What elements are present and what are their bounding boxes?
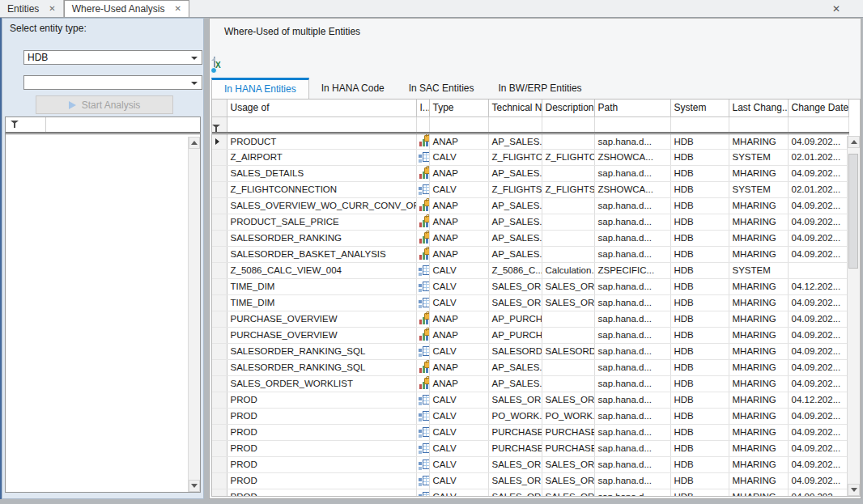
table-row[interactable]: SALESORDER_RANKING_SQLANAPAP_SALES...sap… xyxy=(212,359,848,375)
close-icon[interactable]: ✕ xyxy=(49,5,55,13)
filter-cell-technical-n[interactable] xyxy=(488,116,542,133)
table-row[interactable]: Z_AIRPORTCALVZ_FLIGHTC...Z_FLIGHTC...ZSH… xyxy=(212,149,848,165)
row-indicator-cell xyxy=(212,472,227,489)
type-cell: ANAP xyxy=(429,230,488,246)
filter-cell-description[interactable] xyxy=(542,116,594,133)
sidebar-scrollbar[interactable] xyxy=(188,137,200,492)
last-changed-cell: MHARING xyxy=(729,197,788,214)
last-changed-cell: MHARING xyxy=(729,472,788,489)
table-row[interactable]: PURCHASE_OVERVIEWANAPAP_PURCH...sap.hana… xyxy=(212,311,848,327)
filter-cell-type[interactable] xyxy=(429,116,488,133)
scroll-down-button[interactable] xyxy=(848,484,860,496)
column-header-last-chang[interactable]: Last Chang... xyxy=(729,100,788,116)
anap-icon xyxy=(419,232,430,244)
tab-entities[interactable]: Entities ✕ xyxy=(0,0,64,17)
system-cell: HDB xyxy=(670,294,729,311)
description-cell xyxy=(542,230,594,246)
column-header-change-date[interactable]: Change Date xyxy=(788,100,848,116)
table-row[interactable]: PRODCALVSALES_OR...SALES_OR...sap.hana.d… xyxy=(212,472,848,489)
table-row[interactable]: SALESORDER_RANKING_SQLCALVSALESORD...SAL… xyxy=(212,343,848,359)
column-header-system[interactable]: System xyxy=(670,100,729,116)
entity-selection-panel: Select entity type: HDB Start Analysis xyxy=(2,18,204,499)
column-header-technical-n[interactable]: Technical N... xyxy=(488,100,542,116)
current-row-arrow-icon xyxy=(215,138,219,145)
filter-cell[interactable] xyxy=(46,117,200,132)
tab-in-hana-entities[interactable]: In HANA Entities xyxy=(211,78,309,99)
filter-cell-i[interactable] xyxy=(416,116,429,133)
grid-scrollbar[interactable] xyxy=(847,136,860,496)
filter-indicator-cell xyxy=(6,117,46,132)
usage-of-cell: Z_AIRPORT xyxy=(227,149,416,165)
usage-of-cell: SALESORDER_RANKING_SQL xyxy=(227,359,416,375)
table-row[interactable]: SALES_ORDER_WORKLISTANAPAP_SALES...sap.h… xyxy=(212,375,848,392)
row-indicator-cell xyxy=(212,214,227,230)
type-cell: ANAP xyxy=(429,246,488,262)
scroll-up-button[interactable] xyxy=(848,136,860,148)
path-cell: sap.hana.d... xyxy=(594,440,670,456)
usage-of-cell: SALESORDER_RANKING xyxy=(227,230,416,246)
start-analysis-button[interactable]: Start Analysis xyxy=(36,95,173,114)
row-indicator-cell xyxy=(212,230,227,246)
table-row[interactable]: PURCHASE_OVERVIEWANAPAP_PURCH...sap.hana… xyxy=(212,327,848,343)
path-cell: ZSHOWCA... xyxy=(594,149,670,165)
table-row[interactable]: SALESORDER_RANKINGANAPAP_SALES...sap.han… xyxy=(212,230,848,246)
system-cell: HDB xyxy=(670,246,729,262)
table-row[interactable]: SALESORDER_BASKET_ANALYSISANAPAP_SALES..… xyxy=(212,246,848,262)
export-to-excel-button[interactable]: X xyxy=(214,57,233,77)
entity-type-dropdown[interactable]: HDB xyxy=(23,50,202,65)
scrollbar-thumb[interactable] xyxy=(848,154,858,269)
tab-in-bw-erp-entities[interactable]: In BW/ERP Entities xyxy=(486,78,593,99)
anap-icon xyxy=(419,135,430,147)
calv-icon xyxy=(419,281,430,293)
column-header-description[interactable]: Description xyxy=(542,100,594,116)
tab-where-used-analysis[interactable]: Where-Used Analysis ✕ xyxy=(64,0,189,17)
table-row[interactable]: PRODUCT_SALE_PRICEANAPAP_SALES...sap.han… xyxy=(212,214,848,230)
description-cell: Calculation... xyxy=(542,262,594,278)
filter-row[interactable] xyxy=(6,117,200,134)
table-row[interactable]: PRODUCTANAPAP_SALES...sap.hana.d...HDBMH… xyxy=(212,133,848,149)
filter-cell-usage-of[interactable] xyxy=(227,116,416,133)
chevron-down-icon[interactable] xyxy=(191,82,198,85)
system-cell: HDB xyxy=(670,197,729,214)
chevron-down-icon[interactable] xyxy=(191,57,198,60)
table-row[interactable]: TIME_DIMCALVSALES_OR...SALES_OR...sap.ha… xyxy=(212,278,848,294)
change-date-cell: 04.12.202... xyxy=(788,392,848,408)
technical-name-cell: SALESORD... xyxy=(488,343,542,359)
table-row[interactable]: Z_FLIGHTCONNECTIONCALVZ_FLIGHTSZ_FLIGHTS… xyxy=(212,181,848,197)
window-close-icon[interactable]: ✕ xyxy=(832,3,840,15)
filter-cell-change-date[interactable] xyxy=(788,116,848,133)
change-date-cell: 04.09.202... xyxy=(788,375,848,392)
close-icon[interactable]: ✕ xyxy=(174,5,181,13)
table-row[interactable]: TIME_DIMCALVSALES_OR...SALES_OR...sap.ha… xyxy=(212,294,848,311)
change-date-cell: 04.09.202... xyxy=(788,246,848,262)
table-row[interactable]: PRODCALVSALES_OR...SALES_OR...sap.hana.d… xyxy=(212,456,848,472)
scroll-down-button[interactable] xyxy=(189,480,200,492)
tab-in-hana-code[interactable]: In HANA Code xyxy=(309,78,397,99)
table-row[interactable]: PRODCALVSALES_OR...SALES_OR...sap.hana.d… xyxy=(212,489,848,497)
filter-cell-path[interactable] xyxy=(594,116,670,133)
column-header-i[interactable]: I... xyxy=(416,100,429,116)
last-changed-cell: MHARING xyxy=(729,392,788,408)
table-row[interactable]: PRODCALVPURCHASE...PURCHASE...sap.hana.d… xyxy=(212,440,848,456)
change-date-cell: 04.09.202... xyxy=(788,327,848,343)
tab-in-sac-entities[interactable]: In SAC Entities xyxy=(397,78,487,99)
table-row[interactable]: PRODCALVPURCHASE...PURCHASE...sap.hana.d… xyxy=(212,424,848,440)
entity-dropdown[interactable] xyxy=(23,75,202,90)
description-cell xyxy=(542,214,594,230)
table-row[interactable]: PRODCALVSALES_OR...SALES_OR...sap.hana.d… xyxy=(212,392,848,408)
filter-cell-system[interactable] xyxy=(670,116,729,133)
scroll-up-button[interactable] xyxy=(189,137,200,149)
table-row[interactable]: Z_5086_CALC_VIEW_004CALVZ_5086_C...Calcu… xyxy=(212,262,848,278)
path-cell: ZSPECIFIC... xyxy=(594,262,670,278)
table-row[interactable]: SALES_DETAILSANAPAP_SALES...sap.hana.d..… xyxy=(212,165,848,181)
column-header-type[interactable]: Type xyxy=(429,100,488,116)
entity-icon-cell xyxy=(416,408,429,424)
filter-cell-last-chang[interactable] xyxy=(729,116,788,133)
table-row[interactable]: PRODCALVPO_WORK...PO_WORK...sap.hana.d..… xyxy=(212,408,848,424)
description-cell: SALES_OR... xyxy=(542,489,594,497)
excel-export-icon: X xyxy=(214,57,215,72)
column-header-path[interactable]: Path xyxy=(594,100,670,116)
table-row[interactable]: SALES_OVERVIEW_WO_CURR_CONV_OPTANAPAP_SA… xyxy=(212,197,848,214)
row-indicator-cell xyxy=(212,327,227,343)
column-header-usage-of[interactable]: Usage of xyxy=(227,100,416,116)
